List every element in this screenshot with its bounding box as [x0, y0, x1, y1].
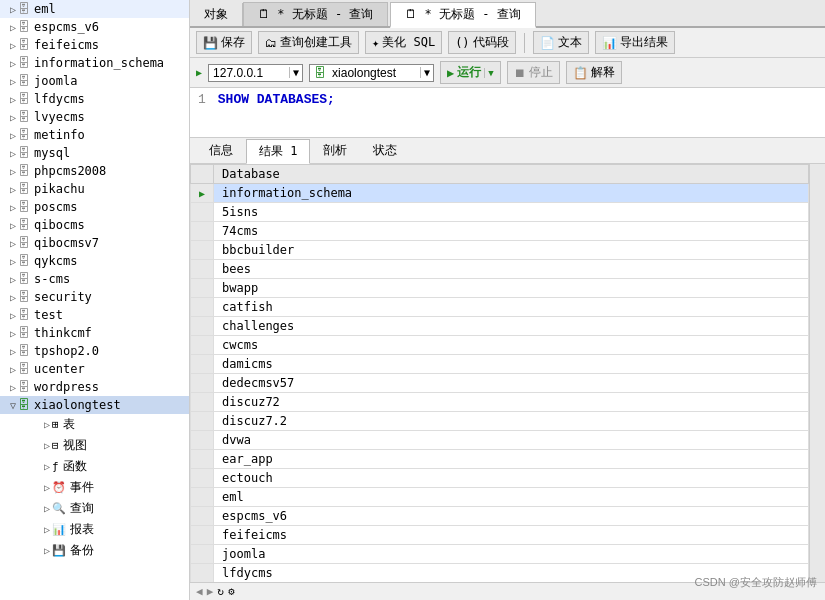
db-label: espcms_v6: [34, 20, 99, 34]
tree-item-备份[interactable]: ▷💾备份: [0, 540, 189, 561]
table-row[interactable]: dvwa: [191, 431, 809, 450]
table-row[interactable]: bwapp: [191, 279, 809, 298]
table-row[interactable]: bees: [191, 260, 809, 279]
tab-info[interactable]: 信息: [196, 138, 246, 163]
ip-dropdown[interactable]: ▼: [289, 67, 302, 78]
nav-right-icon[interactable]: ▶: [207, 585, 214, 598]
sidebar-item-phpcms2008[interactable]: ▷🗄phpcms2008: [0, 162, 189, 180]
line-number: 1: [198, 92, 206, 107]
db-icon: 🗄: [18, 182, 30, 196]
sidebar-item-metinfo[interactable]: ▷🗄metinfo: [0, 126, 189, 144]
db-label: joomla: [34, 74, 77, 88]
tab-result1-label: 结果 1: [259, 144, 297, 158]
sidebar-item-eml[interactable]: ▷🗄eml: [0, 0, 189, 18]
expand-icon: ▷: [10, 310, 16, 321]
db-label: tpshop2.0: [34, 344, 99, 358]
expand-icon: ▷: [10, 220, 16, 231]
table-row[interactable]: feifeicms: [191, 526, 809, 545]
result-table-wrap[interactable]: Database ▶information_schema5isns74cmsbb…: [190, 164, 809, 582]
database-cell: 5isns: [214, 203, 809, 222]
table-row[interactable]: cwcms: [191, 336, 809, 355]
export-button[interactable]: 📊 导出结果: [595, 31, 675, 54]
save-button[interactable]: 💾 保存: [196, 31, 252, 54]
explain-button[interactable]: 📋 解释: [566, 61, 622, 84]
table-row[interactable]: dedecmsv57: [191, 374, 809, 393]
run-label: 运行: [457, 64, 481, 81]
ip-input[interactable]: [209, 65, 289, 81]
sidebar-item-joomla[interactable]: ▷🗄joomla: [0, 72, 189, 90]
tree-item-表[interactable]: ▷⊞表: [0, 414, 189, 435]
table-row[interactable]: 74cms: [191, 222, 809, 241]
nav-settings-icon[interactable]: ⚙: [228, 585, 235, 598]
sidebar-item-ucenter[interactable]: ▷🗄ucenter: [0, 360, 189, 378]
query-editor[interactable]: 1SHOW DATABASES;: [190, 88, 825, 138]
beautify-sql-button[interactable]: ✦ 美化 SQL: [365, 31, 442, 54]
code-segment-label: 代码段: [473, 34, 509, 51]
db-label: ucenter: [34, 362, 85, 376]
query-create-icon: 🗂: [265, 36, 277, 50]
table-row[interactable]: damicms: [191, 355, 809, 374]
table-row[interactable]: challenges: [191, 317, 809, 336]
table-row[interactable]: discuz7.2: [191, 412, 809, 431]
db-label: xiaolongtest: [34, 398, 121, 412]
tab-result1[interactable]: 结果 1: [246, 139, 310, 164]
tree-item-报表[interactable]: ▷📊报表: [0, 519, 189, 540]
tab-status[interactable]: 状态: [360, 138, 410, 163]
sidebar-item-thinkcmf[interactable]: ▷🗄thinkcmf: [0, 324, 189, 342]
sidebar-item-lfdycms[interactable]: ▷🗄lfdycms: [0, 90, 189, 108]
tree-item-查询[interactable]: ▷🔍查询: [0, 498, 189, 519]
table-row[interactable]: ear_app: [191, 450, 809, 469]
sidebar-item-lvyecms[interactable]: ▷🗄lvyecms: [0, 108, 189, 126]
tree-item-函数[interactable]: ▷ƒ函数: [0, 456, 189, 477]
table-row[interactable]: ectouch: [191, 469, 809, 488]
tree-item-事件[interactable]: ▷⏰事件: [0, 477, 189, 498]
sidebar-item-qibocms[interactable]: ▷🗄qibocms: [0, 216, 189, 234]
run-dropdown-icon[interactable]: ▼: [484, 68, 493, 78]
sidebar-item-qibocmsv7[interactable]: ▷🗄qibocmsv7: [0, 234, 189, 252]
table-row[interactable]: 5isns: [191, 203, 809, 222]
sidebar-item-qykcms[interactable]: ▷🗄qykcms: [0, 252, 189, 270]
nav-refresh-icon[interactable]: ↻: [217, 585, 224, 598]
sidebar-item-espcms_v6[interactable]: ▷🗄espcms_v6: [0, 18, 189, 36]
sidebar-item-tpshop2.0[interactable]: ▷🗄tpshop2.0: [0, 342, 189, 360]
database-cell: catfish: [214, 298, 809, 317]
code-segment-button[interactable]: () 代码段: [448, 31, 515, 54]
sidebar-item-wordpress[interactable]: ▷🗄wordpress: [0, 378, 189, 396]
conn-arrow-icon: ▶: [196, 67, 202, 78]
table-row[interactable]: discuz72: [191, 393, 809, 412]
result-scrollbar[interactable]: [809, 164, 825, 582]
table-row[interactable]: ▶information_schema: [191, 184, 809, 203]
table-row[interactable]: bbcbuilder: [191, 241, 809, 260]
tab-profile[interactable]: 剖析: [310, 138, 360, 163]
tab-query-1[interactable]: 🗒 * 无标题 - 查询: [243, 2, 388, 26]
sidebar-item-pikachu[interactable]: ▷🗄pikachu: [0, 180, 189, 198]
sidebar-item-mysql[interactable]: ▷🗄mysql: [0, 144, 189, 162]
tab-object[interactable]: 对象: [190, 3, 243, 26]
sidebar-item-s-cms[interactable]: ▷🗄s-cms: [0, 270, 189, 288]
sidebar-item-feifeicms[interactable]: ▷🗄feifeicms: [0, 36, 189, 54]
db-input[interactable]: [330, 65, 420, 81]
sidebar-item-information_schema[interactable]: ▷🗄information_schema: [0, 54, 189, 72]
db-icon: 🗄: [18, 218, 30, 232]
export-icon: 📊: [602, 36, 617, 50]
table-row[interactable]: catfish: [191, 298, 809, 317]
run-button[interactable]: ▶ 运行 ▼: [440, 61, 501, 84]
expand-icon: ▷: [10, 238, 16, 249]
stop-button[interactable]: ⏹ 停止: [507, 61, 560, 84]
db-dropdown[interactable]: ▼: [420, 67, 433, 78]
sidebar-item-security[interactable]: ▷🗄security: [0, 288, 189, 306]
result-tabs: 信息 结果 1 剖析 状态: [190, 138, 825, 164]
save-label: 保存: [221, 34, 245, 51]
query-create-button[interactable]: 🗂 查询创建工具: [258, 31, 359, 54]
text-button[interactable]: 📄 文本: [533, 31, 589, 54]
tree-item-视图[interactable]: ▷⊟视图: [0, 435, 189, 456]
sql-text: SHOW DATABASES;: [218, 92, 335, 107]
tab-query-2[interactable]: 🗒 * 无标题 - 查询: [390, 2, 535, 28]
sidebar-item-test[interactable]: ▷🗄test: [0, 306, 189, 324]
table-row[interactable]: joomla: [191, 545, 809, 564]
table-row[interactable]: espcms_v6: [191, 507, 809, 526]
table-row[interactable]: eml: [191, 488, 809, 507]
sidebar-item-poscms[interactable]: ▷🗄poscms: [0, 198, 189, 216]
nav-left-icon[interactable]: ◀: [196, 585, 203, 598]
sidebar-item-xiaolongtest[interactable]: ▽🗄xiaolongtest: [0, 396, 189, 414]
